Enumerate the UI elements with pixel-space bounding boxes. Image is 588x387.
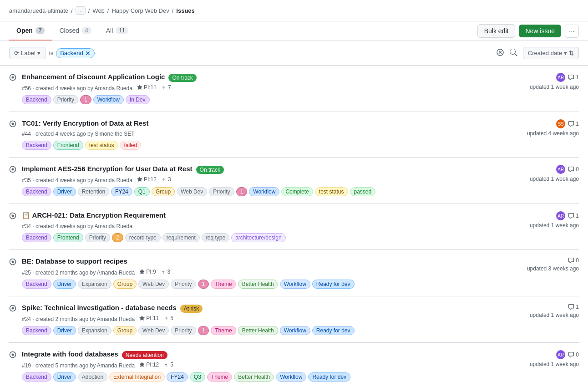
list-item[interactable]: 1	[198, 326, 209, 335]
list-item[interactable]: Q3	[190, 372, 205, 382]
list-item[interactable]: FY24	[167, 372, 188, 382]
list-item[interactable]: Driver	[53, 372, 76, 382]
list-item[interactable]: Q1	[134, 187, 150, 196]
list-item[interactable]: Web Dev	[138, 326, 169, 335]
list-item[interactable]: Group	[152, 187, 175, 196]
list-item[interactable]: Priority	[171, 280, 196, 289]
list-item[interactable]: Driver	[53, 326, 76, 335]
list-item[interactable]: req type	[202, 233, 229, 242]
search-button[interactable]	[507, 46, 519, 60]
issue-title[interactable]: Implement AES-256 Encryption for User Da…	[22, 165, 193, 173]
tab-open[interactable]: Open 7	[9, 21, 52, 41]
list-item[interactable]: architecture/design	[231, 233, 285, 242]
list-item[interactable]: Backend	[22, 233, 51, 242]
list-item[interactable]: Better Health	[238, 280, 278, 289]
list-item[interactable]: Workflow	[276, 372, 306, 382]
tab-closed[interactable]: Closed 4	[52, 21, 98, 41]
list-item[interactable]: Priority	[171, 326, 196, 335]
list-item[interactable]: Driver	[53, 187, 76, 196]
breadcrumb-current: Issues	[176, 7, 194, 14]
status-badge: Needs attention	[122, 351, 167, 359]
list-item[interactable]: Group	[113, 280, 137, 289]
list-item[interactable]: Complete	[281, 187, 313, 196]
list-item[interactable]: 1	[236, 187, 248, 196]
list-item[interactable]: test status	[85, 141, 118, 150]
list-item[interactable]: failed	[120, 141, 141, 150]
list-item[interactable]: Expansion	[78, 326, 112, 335]
breadcrumb-dots[interactable]: ...	[76, 6, 86, 15]
issue-title[interactable]: BE: Database to support recipes	[22, 257, 127, 265]
list-item[interactable]: Ready for dev	[312, 326, 355, 335]
breadcrumb-sep-3: /	[107, 7, 109, 14]
list-item[interactable]: Workflow	[249, 187, 279, 196]
issue-right-top: AR1	[556, 211, 579, 220]
issue-title[interactable]: 📋 ARCH-021: Data Encryption Requirement	[22, 211, 166, 219]
list-item[interactable]: Adoption	[78, 372, 107, 382]
list-item[interactable]: Workflow	[93, 95, 124, 104]
list-item[interactable]: test status	[315, 187, 348, 196]
list-item[interactable]: requirement	[162, 233, 200, 242]
list-item[interactable]: Workflow	[280, 326, 310, 335]
list-item[interactable]: Backend	[22, 372, 51, 382]
issue-main: BE: Database to support recipes#25 · cre…	[22, 257, 492, 289]
filter-tags: is Backend ✕	[49, 48, 493, 58]
list-item[interactable]: Theme	[207, 372, 232, 382]
list-item[interactable]: Expansion	[78, 280, 112, 289]
list-item[interactable]: Web Dev	[138, 280, 169, 289]
list-item[interactable]: Workflow	[280, 280, 310, 289]
list-item[interactable]: passed	[350, 187, 376, 196]
list-item[interactable]: Backend	[22, 280, 51, 289]
breadcrumb-project[interactable]: Happy Corp Web Dev	[112, 7, 169, 14]
list-item[interactable]: In Dev	[126, 95, 150, 104]
list-item[interactable]: 1	[198, 280, 209, 289]
comment-number: 1	[576, 213, 579, 219]
list-item[interactable]: Backend	[22, 326, 51, 335]
tab-closed-count: 4	[82, 27, 91, 34]
tab-all[interactable]: All 11	[99, 21, 136, 41]
svg-point-12	[12, 307, 14, 310]
list-item[interactable]: Priority	[85, 233, 110, 242]
filter-tag-backend[interactable]: Backend ✕	[56, 48, 95, 58]
list-item[interactable]: Better Health	[234, 372, 274, 382]
list-item[interactable]: Priority	[53, 95, 78, 104]
filter-trigger[interactable]: ⟳ Label ▾	[9, 47, 46, 59]
list-item[interactable]: Backend	[22, 141, 51, 150]
list-item[interactable]: FY24	[111, 187, 132, 196]
list-item[interactable]: Ready for dev	[312, 280, 355, 289]
issue-title[interactable]: Integrate with food databases	[22, 350, 118, 358]
list-item[interactable]: Backend	[22, 187, 51, 196]
sort-button[interactable]: Created date ▾ ⇅	[523, 47, 579, 59]
list-item[interactable]: Group	[113, 326, 137, 335]
list-item[interactable]: Ready for dev	[308, 372, 350, 382]
bulk-edit-button[interactable]: Bulk edit	[477, 24, 516, 38]
issue-title[interactable]: TC01: Verify Encryption of Data at Rest	[22, 119, 148, 127]
issue-title[interactable]: Enhancement of Discount Application Logi…	[22, 73, 165, 81]
filter-clear-button[interactable]	[497, 49, 504, 57]
list-item[interactable]: 2	[112, 233, 123, 242]
issue-meta: #24 · created 2 months ago by Amanda Rue…	[22, 315, 492, 322]
issue-title[interactable]: Spike: Technical investigation - databas…	[22, 304, 177, 311]
issue-upvotes: 5	[163, 362, 173, 368]
avatar: AR	[556, 165, 565, 174]
list-item[interactable]: External Integration	[109, 372, 165, 382]
list-item[interactable]: Frontend	[53, 141, 83, 150]
list-item[interactable]: record type	[125, 233, 161, 242]
list-item[interactable]: Theme	[211, 326, 236, 335]
comment-count: 1	[568, 213, 579, 219]
breadcrumb-user[interactable]: amandarueda-ultimate	[9, 7, 68, 14]
list-item[interactable]: Priority	[209, 187, 234, 196]
list-item[interactable]: Backend	[22, 95, 51, 104]
list-item[interactable]: Theme	[211, 280, 236, 289]
list-item[interactable]: Driver	[53, 280, 76, 289]
issue-pi: PI:12	[137, 176, 157, 183]
list-item[interactable]: 1	[80, 95, 91, 104]
list-item[interactable]: Web Dev	[177, 187, 207, 196]
breadcrumb-group[interactable]: Web	[92, 7, 105, 14]
list-item[interactable]: Better Health	[238, 326, 278, 335]
more-actions-button[interactable]: ⋯	[565, 25, 579, 38]
list-item[interactable]: Retention	[78, 187, 109, 196]
new-issue-button[interactable]: New issue	[519, 25, 561, 37]
list-item[interactable]: Frontend	[53, 233, 83, 242]
issue-created: created 2 months ago by Amanda Rueda	[35, 270, 135, 276]
filter-tag-remove[interactable]: ✕	[85, 50, 91, 57]
